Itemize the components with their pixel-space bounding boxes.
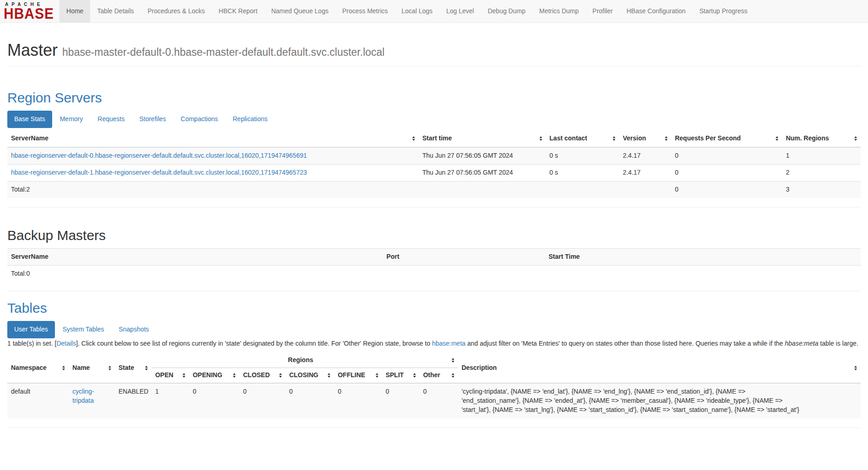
nav-item-process-metrics[interactable]: Process Metrics	[335, 0, 395, 22]
nav-link-home[interactable]: Home	[59, 0, 90, 23]
column-header-start-time[interactable]: Start time	[419, 130, 546, 147]
column-header-open[interactable]: OPEN	[151, 368, 189, 383]
sort-icon[interactable]	[452, 373, 454, 378]
nav-item-log-level[interactable]: Log Level	[439, 0, 481, 22]
nav-item-hbck-report[interactable]: HBCK Report	[212, 0, 264, 22]
column-header-offline[interactable]: OFFLINE	[334, 368, 382, 383]
nav-item-home[interactable]: Home	[59, 0, 90, 22]
nav-item-local-logs[interactable]: Local Logs	[395, 0, 440, 22]
total-label: Total:0	[7, 265, 383, 282]
column-header-servername[interactable]: ServerName	[7, 130, 419, 147]
sort-icon[interactable]	[376, 373, 378, 378]
tab-system-tables[interactable]: System Tables	[56, 321, 111, 338]
sort-icon[interactable]	[854, 366, 857, 370]
sort-icon[interactable]	[413, 373, 416, 378]
tab-compactions[interactable]: Compactions	[174, 111, 225, 128]
sort-icon[interactable]	[452, 358, 454, 363]
tab-user-tables-link[interactable]: User Tables	[7, 321, 55, 338]
sort-icon[interactable]	[613, 136, 615, 141]
nav-item-startup-progress[interactable]: Startup Progress	[692, 0, 754, 22]
tables-heading[interactable]: Tables	[7, 300, 861, 315]
tab-snapshots[interactable]: Snapshots	[112, 321, 156, 338]
nav-item-profiler[interactable]: Profiler	[586, 0, 620, 22]
nav-link-named-queue-logs[interactable]: Named Queue Logs	[264, 0, 335, 23]
column-header-servername: ServerName	[7, 248, 383, 265]
nav-item-metrics-dump[interactable]: Metrics Dump	[532, 0, 585, 22]
column-header-closing[interactable]: CLOSING	[286, 368, 334, 383]
tab-memory-link[interactable]: Memory	[53, 111, 90, 128]
tab-compactions-link[interactable]: Compactions	[174, 111, 225, 128]
tab-replications-link[interactable]: Replications	[226, 111, 274, 128]
nav-item-named-queue-logs[interactable]: Named Queue Logs	[264, 0, 335, 22]
sort-icon[interactable]	[328, 373, 330, 378]
column-header-state[interactable]: State	[115, 353, 151, 383]
cell-num-regions: 2	[782, 164, 861, 181]
nav-link-metrics-dump[interactable]: Metrics Dump	[532, 0, 585, 23]
regionserver-link[interactable]: hbase-regionserver-default-1.hbase-regio…	[11, 169, 307, 176]
column-header-name[interactable]: Name	[69, 353, 115, 383]
sort-icon[interactable]	[854, 136, 857, 141]
table-name-link[interactable]: cycling-tripdata	[72, 388, 94, 404]
tab-base-stats-link[interactable]: Base Stats	[7, 111, 52, 128]
nav-item-debug-dump[interactable]: Debug Dump	[481, 0, 533, 22]
cell-requests-per-second: 0	[671, 164, 782, 181]
cell-requests-per-second: 0	[671, 147, 782, 164]
page-title: Master hbase-master-default-0.hbase-mast…	[7, 41, 861, 59]
region-servers-heading[interactable]: Region Servers	[7, 90, 861, 105]
note-text: ]. Click count below to see list of regi…	[76, 340, 432, 347]
column-header-namespace[interactable]: Namespace	[7, 353, 69, 383]
nav-link-log-level[interactable]: Log Level	[439, 0, 481, 23]
nav-item-table-details[interactable]: Table Details	[90, 0, 140, 22]
column-label: Description	[462, 364, 497, 371]
tab-memory[interactable]: Memory	[53, 111, 90, 128]
tab-base-stats[interactable]: Base Stats	[7, 111, 52, 128]
nav-item-procedures-locks[interactable]: Procedures & Locks	[141, 0, 212, 22]
nav-link-procedures-locks[interactable]: Procedures & Locks	[141, 0, 212, 23]
nav-link-hbck-report[interactable]: HBCK Report	[212, 0, 264, 23]
column-label: Version	[623, 134, 646, 142]
sort-icon[interactable]	[776, 136, 778, 141]
tab-user-tables[interactable]: User Tables	[7, 321, 55, 338]
cell-state: ENABLED	[115, 383, 151, 418]
column-label: OPENING	[193, 371, 222, 379]
tab-storefiles-link[interactable]: Storefiles	[132, 111, 173, 128]
column-header-other[interactable]: Other	[420, 368, 458, 383]
column-header-requests-per-second[interactable]: Requests Per Second	[671, 130, 782, 147]
tab-snapshots-link[interactable]: Snapshots	[112, 321, 156, 338]
sort-icon[interactable]	[183, 373, 185, 378]
tab-system-tables-link[interactable]: System Tables	[56, 321, 111, 338]
regionserver-link[interactable]: hbase-regionserver-default-0.hbase-regio…	[11, 152, 307, 159]
sort-icon[interactable]	[279, 373, 282, 378]
nav-link-profiler[interactable]: Profiler	[586, 0, 620, 23]
nav-link-startup-progress[interactable]: Startup Progress	[692, 0, 754, 23]
column-header-closed[interactable]: CLOSED	[239, 368, 286, 383]
column-header-version[interactable]: Version	[619, 130, 671, 147]
column-header-split[interactable]: SPLIT	[382, 368, 420, 383]
tab-replications[interactable]: Replications	[226, 111, 274, 128]
nav-link-debug-dump[interactable]: Debug Dump	[481, 0, 533, 23]
column-header-num-regions[interactable]: Num. Regions	[782, 130, 861, 147]
tab-requests-link[interactable]: Requests	[91, 111, 131, 128]
sort-icon[interactable]	[145, 366, 148, 370]
tab-requests[interactable]: Requests	[91, 111, 131, 128]
column-header-opening[interactable]: OPENING	[189, 368, 239, 383]
nav-link-table-details[interactable]: Table Details	[90, 0, 140, 23]
column-header-last-contact[interactable]: Last contact	[546, 130, 619, 147]
sort-icon[interactable]	[233, 373, 236, 378]
sort-icon[interactable]	[539, 136, 542, 141]
sort-icon[interactable]	[62, 366, 65, 370]
nav-link-local-logs[interactable]: Local Logs	[395, 0, 440, 23]
hbase-meta-link[interactable]: hbase:meta	[432, 340, 465, 347]
sort-icon[interactable]	[665, 136, 668, 141]
nav-link-process-metrics[interactable]: Process Metrics	[335, 0, 395, 23]
details-link[interactable]: Details	[56, 340, 76, 347]
tab-storefiles[interactable]: Storefiles	[132, 111, 173, 128]
sort-icon[interactable]	[108, 366, 111, 370]
hbase-logo[interactable]: APACHE HBASE	[0, 0, 59, 22]
column-group-regions[interactable]: Regions	[151, 353, 458, 368]
nav-link-hbase-configuration[interactable]: HBase Configuration	[620, 0, 692, 23]
column-header-port: Port	[383, 248, 545, 265]
nav-item-hbase-configuration[interactable]: HBase Configuration	[620, 0, 692, 22]
sort-icon[interactable]	[412, 136, 415, 141]
column-header-description[interactable]: Description	[458, 353, 861, 383]
